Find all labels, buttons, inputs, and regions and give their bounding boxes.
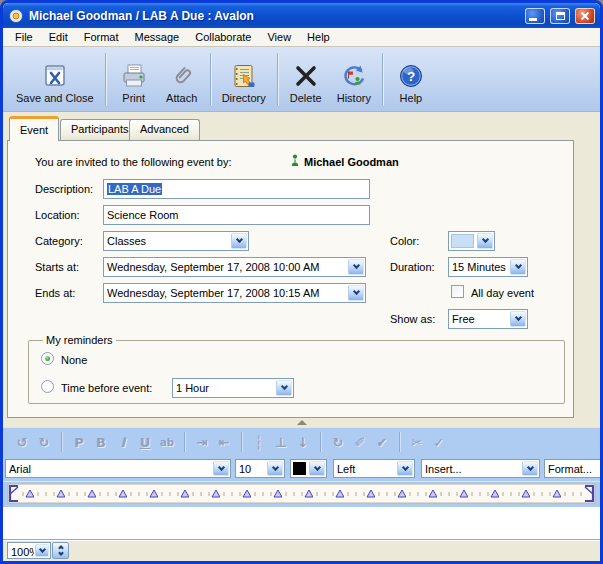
toolbar-separator [399,432,400,452]
indent-less-icon: ⇤ [213,435,235,450]
chevron-down-icon [276,380,292,396]
pane-splitter[interactable] [3,418,600,427]
ends-at-dropdown[interactable]: Wednesday, September 17, 2008 10:15 AM [103,283,366,303]
insert-below-icon: ↓ [292,435,314,450]
history-label: History [337,92,371,104]
zoom-dropdown[interactable]: 100% [7,542,51,559]
maximize-button[interactable] [550,8,570,24]
text-color-dropdown[interactable] [290,459,327,478]
ends-at-value: Wednesday, September 17, 2008 10:15 AM [104,284,347,302]
close-icon [580,11,590,21]
menu-format[interactable]: Format [76,28,127,46]
delete-button[interactable]: Delete [282,50,330,108]
location-input[interactable]: Science Room [103,205,370,225]
reminder-none-radio[interactable] [41,352,54,365]
my-reminders-group: My reminders None Time before event: 1 H… [28,334,565,404]
menu-file[interactable]: File [7,28,41,46]
chevron-down-icon [348,259,364,275]
zoom-value: 100% [8,543,34,558]
reminder-time-dropdown[interactable]: 1 Hour [172,378,294,398]
help-label: Help [400,92,423,104]
toolbar-separator [277,53,278,105]
show-as-dropdown[interactable]: Free [448,309,528,329]
color-label: Color: [390,235,419,247]
delete-x-icon [294,59,318,89]
zoom-spinner[interactable] [52,542,69,559]
window-icon[interactable] [8,8,24,24]
location-value: Science Room [107,209,179,221]
color-dropdown[interactable] [448,231,495,251]
undo-icon: ↺ [11,435,33,450]
duration-value: 15 Minutes [449,258,509,276]
delete-label: Delete [290,92,322,104]
duration-label: Duration: [390,261,435,273]
alignment-dropdown[interactable]: Left [333,459,415,478]
tab-participants[interactable]: Participants [60,119,139,140]
toolbar-separator [105,53,106,105]
tab-event[interactable]: Event [9,116,59,141]
menu-view[interactable]: View [259,28,299,46]
starts-at-label: Starts at: [35,261,79,273]
help-button[interactable]: ? Help [387,50,435,108]
all-day-checkbox[interactable] [451,285,464,298]
italic-icon: I [112,435,134,450]
directory-label: Directory [222,92,266,104]
print-icon [120,59,148,89]
baseline-icon: ⊥ [270,435,292,450]
main-toolbar: Save and Close Print A [3,47,600,112]
revert-icon: ↻ [327,435,349,450]
category-value: Classes [104,232,230,250]
close-button[interactable] [575,8,595,24]
maximize-icon [556,12,565,20]
find-markup-icon: ✂ [406,435,428,450]
print-button[interactable]: Print [110,50,158,108]
ruler[interactable] [3,481,600,507]
font-toolbar: Arial 10 Left Insert... Format... [3,456,600,481]
chevron-down-icon [397,461,413,476]
invited-by-text: You are invited to the following event b… [35,156,232,168]
reminder-time-radio[interactable] [41,380,54,393]
font-size-value: 10 [236,460,266,477]
attach-button[interactable]: Attach [158,50,206,108]
history-button[interactable]: History [330,50,378,108]
minimize-button[interactable] [525,8,545,24]
font-family-dropdown[interactable]: Arial [5,459,231,478]
duration-dropdown[interactable]: 15 Minutes [448,257,528,277]
chevron-down-icon [477,233,493,249]
tab-stop-icon: ┆ [248,435,270,450]
chevron-down-icon [35,544,49,557]
menu-collaborate[interactable]: Collaborate [187,28,259,46]
save-and-close-button[interactable]: Save and Close [9,50,101,108]
toolbar-separator [61,432,62,452]
menu-message[interactable]: Message [127,28,188,46]
approve-icon: ✔ [371,435,393,450]
status-bar: 100% [3,539,600,561]
color-swatch [451,234,474,248]
description-input[interactable]: LAB A Due [103,179,370,199]
menu-help[interactable]: Help [299,28,338,46]
chevron-down-icon [309,461,325,476]
bold-icon: B [90,435,112,450]
font-size-dropdown[interactable]: 10 [235,459,285,478]
font-family-value: Arial [6,460,212,477]
starts-at-dropdown[interactable]: Wednesday, September 17, 2008 10:00 AM [103,257,366,277]
window-title: Michael Goodman / LAB A Due : Avalon [29,9,520,23]
message-body[interactable] [3,507,600,539]
category-dropdown[interactable]: Classes [103,231,249,251]
toolbar-separator [210,53,211,105]
my-reminders-legend: My reminders [43,334,116,346]
spell-check-icon: ✓ [428,435,450,450]
directory-button[interactable]: Directory [215,50,273,108]
attach-label: Attach [166,92,197,104]
insert-value: Insert... [422,460,521,477]
text-color-swatch [293,462,306,475]
format-dropdown[interactable]: Format... [544,459,600,478]
chevron-down-icon [213,461,229,476]
insert-dropdown[interactable]: Insert... [421,459,540,478]
format-toolbar: ↺ ↻ P B I U ab ⇥ ⇤ ┆ ⊥ ↓ ↻ ✐ ✔ ✂ ✓ [3,427,600,456]
inviter-name: Michael Goodman [304,156,399,168]
splitter-handle-icon [297,420,307,425]
tab-advanced[interactable]: Advanced [129,119,200,140]
inline-style-icon: ab [156,437,178,448]
menu-edit[interactable]: Edit [41,28,76,46]
